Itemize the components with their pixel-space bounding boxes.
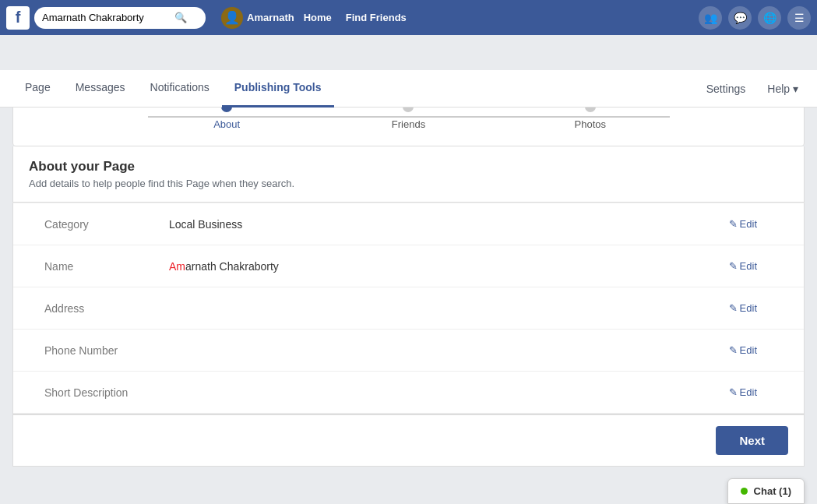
- main-content: About Friends Photos About your Page Add…: [0, 72, 817, 479]
- about-title: About your Page: [29, 159, 788, 174]
- friends-icon[interactable]: 👥: [699, 6, 722, 30]
- sub-navigation: Page Messages Notifications Publishing T…: [0, 70, 817, 107]
- settings-link[interactable]: Settings: [700, 72, 752, 106]
- pencil-icon-description: [729, 386, 738, 398]
- nav-user[interactable]: 👤 Amarnath: [221, 7, 294, 29]
- pencil-icon-name: [729, 260, 738, 272]
- description-label: Short Description: [44, 386, 169, 399]
- name-value: Amarnath Chakraborty: [169, 260, 729, 273]
- pencil-icon-address: [729, 302, 738, 314]
- description-edit-button[interactable]: Edit: [729, 386, 757, 398]
- help-link[interactable]: Help ▾: [761, 72, 805, 106]
- phone-edit-button[interactable]: Edit: [729, 344, 757, 356]
- avatar: 👤: [221, 7, 243, 29]
- category-label: Category: [44, 218, 169, 231]
- chat-bubble[interactable]: Chat (1): [727, 478, 805, 479]
- menu-icon[interactable]: ☰: [787, 6, 811, 30]
- nav-links: Home Find Friends: [304, 12, 407, 23]
- name-highlight-am: Am: [169, 260, 185, 273]
- facebook-logo: f: [6, 6, 30, 30]
- home-link[interactable]: Home: [304, 12, 332, 23]
- fields-section: Category Local Business Edit Name Amarna…: [12, 203, 805, 414]
- sub-nav-right: Settings Help ▾: [700, 72, 805, 106]
- step-label-photos: Photos: [575, 118, 606, 130]
- pencil-icon-phone: [729, 344, 738, 356]
- field-row-name: Name Amarnath Chakraborty Edit: [13, 245, 804, 287]
- find-friends-link[interactable]: Find Friends: [346, 12, 407, 23]
- bottom-bar: Next: [12, 414, 805, 467]
- address-label: Address: [44, 302, 169, 315]
- next-button[interactable]: Next: [716, 426, 788, 455]
- search-input[interactable]: [42, 12, 174, 23]
- phone-label: Phone Number: [44, 344, 169, 357]
- field-row-category: Category Local Business Edit: [13, 203, 804, 245]
- category-edit-button[interactable]: Edit: [729, 218, 757, 230]
- tab-page[interactable]: Page: [12, 70, 63, 107]
- field-row-phone: Phone Number Edit: [13, 330, 804, 372]
- name-rest: arnath Chakraborty: [185, 260, 279, 273]
- tab-notifications[interactable]: Notifications: [138, 70, 222, 107]
- nav-center: 👤 Amarnath Home Find Friends: [221, 7, 699, 29]
- user-name-label: Amarnath: [247, 12, 294, 23]
- tab-messages[interactable]: Messages: [63, 70, 138, 107]
- messages-icon[interactable]: 💬: [728, 6, 752, 30]
- about-section: About your Page Add details to help peop…: [12, 146, 805, 203]
- top-navigation: f 🔍 👤 Amarnath Home Find Friends 👥 💬 🌐 ☰: [0, 0, 817, 35]
- search-box[interactable]: 🔍: [34, 7, 206, 29]
- about-subtitle: Add details to help people find this Pag…: [29, 178, 788, 189]
- tab-publishing-tools[interactable]: Publishing Tools: [222, 70, 334, 107]
- field-row-address: Address Edit: [13, 287, 804, 330]
- step-label-friends: Friends: [392, 118, 425, 130]
- globe-icon[interactable]: 🌐: [758, 6, 781, 30]
- name-label: Name: [44, 260, 169, 273]
- pencil-icon-category: [729, 218, 738, 230]
- search-icon: 🔍: [174, 12, 187, 23]
- step-label-about: About: [213, 118, 240, 130]
- nav-icons: 👥 💬 🌐 ☰: [699, 6, 811, 30]
- field-row-description: Short Description Edit: [13, 372, 804, 414]
- name-edit-button[interactable]: Edit: [729, 260, 757, 272]
- category-value: Local Business: [169, 218, 729, 231]
- address-edit-button[interactable]: Edit: [729, 302, 757, 314]
